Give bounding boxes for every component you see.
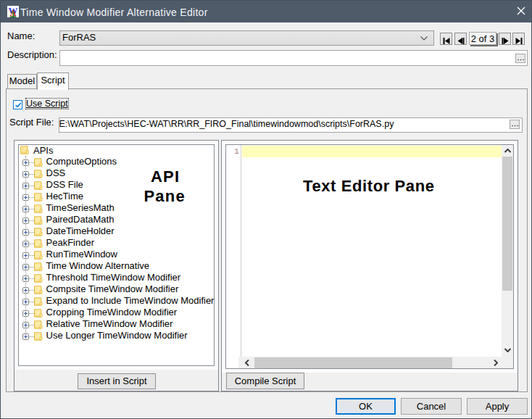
svg-text:T: T (11, 10, 16, 17)
